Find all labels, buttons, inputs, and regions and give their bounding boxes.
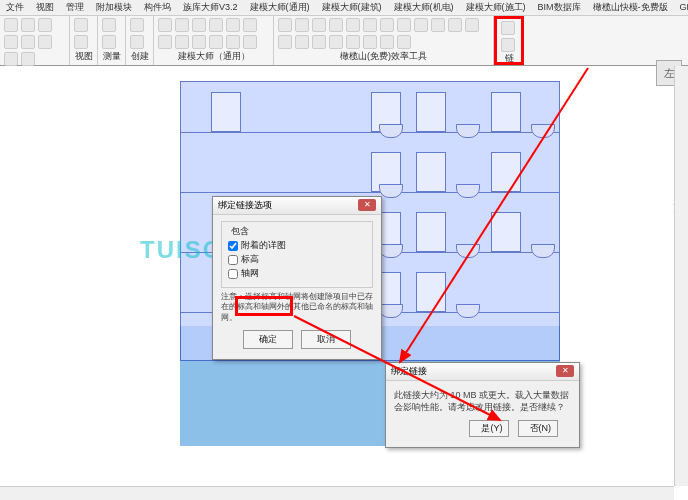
close-icon[interactable]: ✕ — [556, 365, 574, 377]
ribbon-tab[interactable]: 附加模块 — [90, 0, 138, 15]
ribbon-group-label: 视图 — [74, 50, 93, 63]
bind-link-confirm-dialog: 绑定链接 ✕ 此链接大约为 10 MB 或更大。载入大量数据会影响性能。请考虑改… — [385, 362, 580, 448]
ribbon-tool-icon[interactable] — [209, 35, 223, 49]
bind-link-options-dialog: 绑定链接选项 ✕ 包含 附着的详图 标高 轴网 注意：选择标高和轴网将创建除项目… — [212, 196, 382, 360]
ribbon-tab[interactable]: 管理 — [60, 0, 90, 15]
ribbon-tool-icon[interactable] — [226, 35, 240, 49]
ribbon-tool-icon[interactable] — [465, 18, 479, 32]
ribbon-tab[interactable]: BIM数据库 — [532, 0, 587, 15]
close-icon[interactable]: ✕ — [358, 199, 376, 211]
vertical-scrollbar[interactable] — [674, 66, 688, 486]
ribbon-tool-icon[interactable] — [380, 35, 394, 49]
ribbon-group-label: 创建 — [130, 50, 149, 63]
ribbon-tool-icon[interactable] — [4, 35, 18, 49]
ribbon-tool-icon[interactable] — [278, 18, 292, 32]
ribbon-tool-icon[interactable] — [501, 38, 515, 52]
ribbon-tool-icon[interactable] — [346, 35, 360, 49]
ribbon-group: 链接 — [494, 16, 524, 65]
ribbon-group-label: 橄榄山(免费)效率工具 — [278, 50, 489, 63]
ribbon-tool-icon[interactable] — [4, 52, 18, 66]
ribbon-tool-icon[interactable] — [295, 18, 309, 32]
ribbon-tool-icon[interactable] — [448, 18, 462, 32]
ribbon-tool-icon[interactable] — [102, 18, 116, 32]
dialog-title-text: 绑定链接选项 — [218, 199, 272, 212]
ribbon-tab[interactable]: 族库大师V3.2 — [177, 0, 244, 15]
ribbon-tab[interactable]: 建模大师(建筑) — [316, 0, 388, 15]
checkbox-attached-details[interactable]: 附着的详图 — [228, 239, 366, 252]
ribbon-group: 测量 — [98, 16, 126, 65]
ribbon-tab[interactable]: 建模大师(施工) — [460, 0, 532, 15]
group-label: 包含 — [228, 225, 252, 238]
ribbon-tool-icon[interactable] — [312, 35, 326, 49]
ribbon-tool-icon[interactable] — [414, 18, 428, 32]
ribbon-tool-icon[interactable] — [130, 18, 144, 32]
ribbon-tab[interactable]: 建模大师(通用) — [244, 0, 316, 15]
ribbon-tool-icon[interactable] — [397, 18, 411, 32]
ribbon-tool-icon[interactable] — [363, 35, 377, 49]
ribbon-tool-icon[interactable] — [130, 35, 144, 49]
no-button[interactable]: 否(N) — [518, 420, 558, 437]
ribbon-group: 视图 — [70, 16, 98, 65]
ribbon-tool-icon[interactable] — [243, 18, 257, 32]
yes-button[interactable]: 是(Y) — [469, 420, 509, 437]
cancel-button[interactable]: 取消 — [301, 330, 351, 349]
ribbon-tool-icon[interactable] — [226, 18, 240, 32]
ribbon-tab[interactable]: 视图 — [30, 0, 60, 15]
ribbon-tool-icon[interactable] — [4, 18, 18, 32]
ribbon-tab[interactable]: GLS土建 — [674, 0, 688, 15]
ribbon-tab[interactable]: 文件 — [0, 0, 30, 15]
dialog-note: 注意：选择标高和轴网将创建除项目中已存在的标高和轴网外的其他已命名的标高和轴网。 — [221, 292, 373, 323]
ribbon-tool-icon[interactable] — [346, 18, 360, 32]
ribbon-tool-icon[interactable] — [380, 18, 394, 32]
ok-button[interactable]: 确定 — [243, 330, 293, 349]
ribbon-tab[interactable]: 建模大师(机电) — [388, 0, 460, 15]
ribbon-tab[interactable]: 橄榄山快模-免费版 — [587, 0, 674, 15]
ribbon-tool-icon[interactable] — [175, 35, 189, 49]
ribbon-tool-icon[interactable] — [363, 18, 377, 32]
ribbon-tool-icon[interactable] — [158, 18, 172, 32]
ribbon-tool-icon[interactable] — [21, 35, 35, 49]
ribbon-tool-icon[interactable] — [74, 35, 88, 49]
ribbon-tool-icon[interactable] — [312, 18, 326, 32]
ribbon-group-label: 测量 — [102, 50, 121, 63]
dialog-message: 此链接大约为 10 MB 或更大。载入大量数据会影响性能。请考虑改用链接。是否继… — [394, 390, 571, 413]
ribbon-tool-icon[interactable] — [21, 52, 35, 66]
ribbon-group: 橄榄山(免费)效率工具 — [274, 16, 494, 65]
ribbon-tool-icon[interactable] — [38, 35, 52, 49]
ribbon-tool-icon[interactable] — [295, 35, 309, 49]
ribbon-tool-icon[interactable] — [102, 35, 116, 49]
ribbon-group-label: 建模大师（通用） — [158, 50, 269, 63]
ribbon-tool-icon[interactable] — [278, 35, 292, 49]
ribbon-tool-icon[interactable] — [329, 18, 343, 32]
ribbon-tool-icon[interactable] — [209, 18, 223, 32]
checkbox-levels[interactable]: 标高 — [228, 253, 366, 266]
ribbon-tool-icon[interactable] — [329, 35, 343, 49]
ribbon-body: 修改视图测量创建建模大师（通用）橄榄山(免费)效率工具链接 — [0, 16, 688, 66]
horizontal-scrollbar[interactable] — [0, 486, 674, 500]
ribbon-tabs: 文件视图管理附加模块构件坞族库大师V3.2建模大师(通用)建模大师(建筑)建模大… — [0, 0, 688, 16]
dialog-titlebar[interactable]: 绑定链接 ✕ — [386, 363, 579, 381]
ribbon-tool-icon[interactable] — [501, 21, 515, 35]
ribbon-group: 创建 — [126, 16, 154, 65]
ribbon-tool-icon[interactable] — [74, 18, 88, 32]
ribbon-tool-icon[interactable] — [192, 18, 206, 32]
ribbon-tool-icon[interactable] — [38, 18, 52, 32]
ribbon-tool-icon[interactable] — [192, 35, 206, 49]
ribbon-tool-icon[interactable] — [175, 18, 189, 32]
ribbon-tool-icon[interactable] — [397, 35, 411, 49]
ribbon-group: 建模大师（通用） — [154, 16, 274, 65]
checkbox-grids[interactable]: 轴网 — [228, 267, 366, 280]
dialog-titlebar[interactable]: 绑定链接选项 ✕ — [213, 197, 381, 215]
dialog-title-text: 绑定链接 — [391, 365, 427, 378]
ribbon-group: 修改 — [0, 16, 70, 65]
ribbon-tool-icon[interactable] — [243, 35, 257, 49]
ribbon-tool-icon[interactable] — [158, 35, 172, 49]
ribbon-tab[interactable]: 构件坞 — [138, 0, 177, 15]
ribbon-tool-icon[interactable] — [21, 18, 35, 32]
ribbon-tool-icon[interactable] — [431, 18, 445, 32]
